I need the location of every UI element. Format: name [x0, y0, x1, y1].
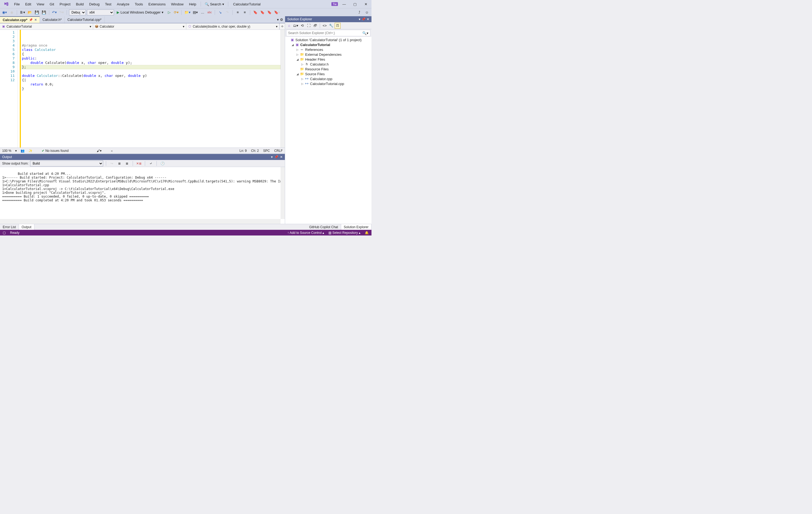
menu-git[interactable]: Git	[47, 1, 57, 7]
menu-build[interactable]: Build	[73, 1, 86, 7]
tree-project[interactable]: ◢ ▣ CalculatorTutorial	[285, 42, 372, 47]
tab-settings-icon[interactable]: ⚙	[280, 18, 283, 22]
new-project-icon[interactable]: 🗎▾	[19, 9, 26, 16]
close-tab-icon[interactable]: ✕	[34, 18, 37, 22]
live-share-icon[interactable]: ⤴	[356, 9, 362, 16]
se-home-icon[interactable]: ⌂	[286, 23, 292, 29]
brush-icon[interactable]: 🖌▾	[97, 149, 102, 153]
tree-solution[interactable]: ▣ Solution 'CalculatorTutorial' (1 of 1 …	[285, 37, 372, 42]
editor-scrollbar[interactable]	[281, 30, 285, 148]
panel-pin-icon[interactable]: 📌	[274, 155, 278, 159]
undo-icon[interactable]: ↶▾	[52, 9, 57, 16]
btab-copilot[interactable]: GitHub Copilot Chat	[307, 224, 341, 230]
copilot-icon[interactable]: 👥	[21, 149, 25, 153]
se-refresh-icon[interactable]: 🗗	[312, 23, 318, 29]
feedback-icon[interactable]: ☺	[364, 9, 370, 16]
scroll-left-icon[interactable]: ◂	[111, 149, 112, 153]
indent-icon[interactable]: ≡	[242, 9, 248, 16]
step-into-icon[interactable]: ↘	[217, 9, 223, 16]
pin-icon[interactable]: 📌	[29, 18, 33, 22]
output-body[interactable]: Build started at 4:20 PM... 1>------ Bui…	[0, 167, 285, 224]
start-debugging-button[interactable]: ▶ Local Windows Debugger ▾	[115, 10, 165, 14]
nav-scope[interactable]: ▣ CalculatorTutorial ▾	[0, 23, 93, 30]
hot-reload-icon[interactable]: ⟳▾	[173, 9, 179, 16]
nav-member[interactable]: ⬡ Calculate(double x, char oper, double …	[186, 23, 280, 30]
menu-analyze[interactable]: Analyze	[114, 1, 132, 7]
expand-icon[interactable]: ▷	[301, 82, 304, 85]
panel-pin-icon[interactable]: 📌	[361, 17, 366, 21]
menu-window[interactable]: Window	[168, 1, 186, 7]
bookmark-icon[interactable]: 🔖	[252, 9, 258, 16]
next-message-icon[interactable]: ≣	[124, 160, 130, 167]
goto-message-icon[interactable]: ↪	[109, 160, 115, 167]
editor[interactable]: 123456789101112 #pragma once class Calcu…	[0, 30, 285, 148]
se-preview-icon[interactable]: ☶	[335, 23, 341, 29]
code-area[interactable]: #pragma once class Calculator { public: …	[21, 30, 281, 148]
save-all-icon[interactable]: 💾	[41, 9, 47, 16]
clear-all-icon[interactable]: ✕≣	[136, 160, 142, 167]
config-select[interactable]: Debug	[69, 9, 86, 16]
maximize-button[interactable]: ▢	[350, 1, 359, 7]
panel-dropdown-icon[interactable]: ▾	[359, 17, 360, 21]
tree-calculator-h[interactable]: ▷ h Calculator.h	[285, 62, 372, 67]
se-props-icon[interactable]: 🔧	[328, 23, 334, 29]
menu-project[interactable]: Project	[57, 1, 73, 7]
btab-output[interactable]: Output	[19, 224, 34, 230]
expand-icon[interactable]: ▷	[296, 48, 299, 51]
output-small-icon[interactable]: ▢	[3, 231, 6, 235]
tree-calculator-cpp[interactable]: ▷ ++ Calculator.cpp	[285, 76, 372, 81]
tree-source-files[interactable]: ◢ 📁 Source Files	[285, 71, 372, 76]
back-nav-icon[interactable]: ◉▾	[2, 9, 7, 16]
forward-nav-icon[interactable]: ◉	[9, 9, 14, 16]
tree-tutorial-cpp[interactable]: ▷ ++ CalculatorTutorial.cpp	[285, 81, 372, 86]
expand-icon[interactable]: ▷	[296, 53, 299, 56]
zoom-level[interactable]: 100 %	[2, 149, 11, 153]
minimize-button[interactable]: —	[340, 1, 349, 7]
expand-icon[interactable]: ◢	[291, 43, 294, 46]
se-search[interactable]: 🔍▾	[286, 30, 370, 36]
search-box[interactable]: 🔍 Search ▾	[203, 2, 226, 7]
prev-bookmark-icon[interactable]: 🔖	[259, 9, 265, 16]
notifications-icon[interactable]: 🔔	[365, 231, 369, 235]
tree-header-files[interactable]: ◢ 📁 Header Files	[285, 57, 372, 62]
tree-references[interactable]: ▷ ▫▫ References	[285, 47, 372, 52]
expand-icon[interactable]: ◢	[296, 72, 299, 75]
outdent-icon[interactable]: ≡	[235, 9, 241, 16]
redo-icon[interactable]: ↷▾	[58, 9, 64, 16]
menu-view[interactable]: View	[34, 1, 47, 7]
open-folder-icon[interactable]: 📂	[27, 9, 33, 16]
start-no-debug-icon[interactable]: ▷	[166, 9, 172, 16]
menu-file[interactable]: File	[11, 1, 23, 7]
select-repo-button[interactable]: ▧ Select Repository ▴	[328, 231, 360, 235]
panel-close-icon[interactable]: ✕	[367, 17, 369, 21]
tree-resource-files[interactable]: 📁 Resource Files	[285, 67, 372, 71]
tab-dropdown-icon[interactable]: ▾	[277, 18, 279, 22]
step-over-icon[interactable]: ↷	[224, 9, 230, 16]
abc-icon[interactable]: abc	[207, 9, 212, 16]
show-all-icon[interactable]: ▤▾	[192, 9, 199, 16]
se-search-input[interactable]	[288, 31, 362, 35]
file-tab-calculator-cpp[interactable]: Calculator.cpp* 📌 ✕	[0, 16, 40, 23]
clock-icon[interactable]: 🕐	[160, 160, 166, 167]
nav-class[interactable]: 📦 Calculator ▾	[93, 23, 186, 30]
close-button[interactable]: ✕	[361, 1, 370, 7]
panel-close-icon[interactable]: ✕	[280, 155, 283, 159]
menu-edit[interactable]: Edit	[23, 1, 34, 7]
se-back-icon[interactable]: ⟲	[299, 23, 305, 29]
menu-extensions[interactable]: Extensions	[146, 1, 168, 7]
expand-icon[interactable]: ▷	[301, 78, 304, 81]
file-tab-calculator-h[interactable]: Calculator.h*	[40, 16, 65, 23]
menu-help[interactable]: Help	[186, 1, 199, 7]
menu-tools[interactable]: Tools	[132, 1, 146, 7]
prev-message-icon[interactable]: ≣	[116, 160, 122, 167]
nav-plus-icon[interactable]: ✧	[280, 23, 285, 30]
expand-icon[interactable]: ◢	[296, 58, 299, 61]
source-control-button[interactable]: ↑ Add to Source Control ▴	[287, 231, 324, 235]
file-tab-tutorial-cpp[interactable]: CalculatorTutorial.cpp*	[65, 16, 105, 23]
panel-dropdown-icon[interactable]: ▾	[271, 155, 273, 159]
account-badge-icon[interactable]: Tw	[331, 2, 338, 6]
intellicode-icon[interactable]: ✨	[28, 149, 32, 153]
btab-solution-explorer[interactable]: Solution Explorer	[341, 224, 372, 230]
output-scrollbar-h[interactable]	[0, 219, 281, 224]
properties-icon[interactable]: …	[200, 9, 205, 16]
